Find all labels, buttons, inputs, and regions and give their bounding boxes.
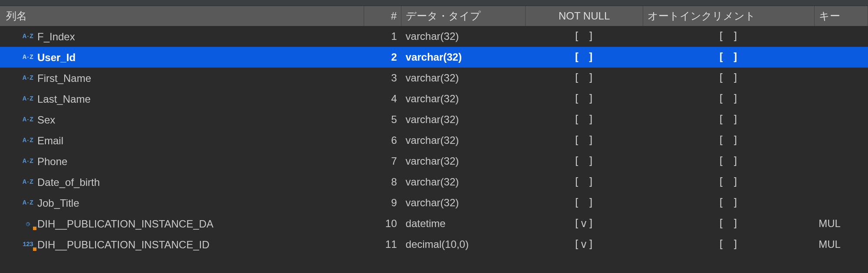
- autoincrement-checkbox[interactable]: [ ]: [643, 192, 814, 213]
- column-datatype: varchar(32): [401, 88, 526, 109]
- header-notnull[interactable]: NOT NULL: [526, 6, 643, 26]
- notnull-checkbox[interactable]: [ ]: [526, 47, 643, 68]
- column-key: [814, 47, 868, 68]
- column-key: [814, 130, 868, 151]
- column-ordinal: 10: [364, 213, 401, 234]
- column-ordinal: 1: [364, 26, 401, 47]
- column-datatype: decimal(10,0): [401, 234, 526, 255]
- autoincrement-checkbox[interactable]: [ ]: [643, 68, 814, 88]
- column-name: Sex: [37, 114, 55, 126]
- notnull-checkbox[interactable]: [v]: [526, 213, 643, 234]
- column-key: [814, 151, 868, 172]
- notnull-checkbox[interactable]: [ ]: [526, 68, 643, 88]
- text-type-icon: A·Z: [22, 137, 34, 144]
- column-name: DIH__PUBLICATION_INSTANCE_DA: [37, 218, 214, 230]
- column-datatype: varchar(32): [401, 192, 526, 213]
- columns-table: 列名 # データ・タイプ NOT NULL オートインクリメント キー A·ZF…: [0, 6, 868, 255]
- notnull-checkbox[interactable]: [ ]: [526, 109, 643, 130]
- column-name: First_Name: [37, 72, 91, 84]
- column-ordinal: 6: [364, 130, 401, 151]
- table-row[interactable]: A·ZSex5varchar(32)[ ][ ]: [0, 109, 868, 130]
- column-key: [814, 68, 868, 88]
- table-row[interactable]: ◷DIH__PUBLICATION_INSTANCE_DA10datetime[…: [0, 213, 868, 234]
- autoincrement-checkbox[interactable]: [ ]: [643, 130, 814, 151]
- header-key[interactable]: キー: [814, 6, 868, 26]
- text-type-icon: A·Z: [22, 116, 34, 124]
- column-name: Last_Name: [37, 93, 91, 105]
- table-row[interactable]: A·ZLast_Name4varchar(32)[ ][ ]: [0, 88, 868, 109]
- notnull-checkbox[interactable]: [ ]: [526, 151, 643, 172]
- notnull-checkbox[interactable]: [ ]: [526, 130, 643, 151]
- column-datatype: varchar(32): [401, 47, 526, 68]
- column-ordinal: 2: [364, 47, 401, 68]
- text-type-icon: A·Z: [22, 158, 34, 165]
- autoincrement-checkbox[interactable]: [ ]: [643, 109, 814, 130]
- text-type-icon: A·Z: [22, 54, 34, 61]
- column-ordinal: 7: [364, 151, 401, 172]
- column-name: Date_of_birth: [37, 176, 100, 188]
- table-row[interactable]: A·ZFirst_Name3varchar(32)[ ][ ]: [0, 68, 868, 88]
- column-key: [814, 172, 868, 192]
- column-name: User_Id: [37, 52, 76, 63]
- column-datatype: varchar(32): [401, 151, 526, 172]
- text-type-icon: A·Z: [22, 95, 34, 103]
- column-ordinal: 5: [364, 109, 401, 130]
- number-type-icon: 123: [22, 241, 34, 248]
- column-key: MUL: [814, 213, 868, 234]
- header-autoinc[interactable]: オートインクリメント: [643, 6, 814, 26]
- column-name: Job_Title: [37, 197, 79, 209]
- header-name[interactable]: 列名: [0, 6, 364, 26]
- autoincrement-checkbox[interactable]: [ ]: [643, 26, 814, 47]
- column-ordinal: 11: [364, 234, 401, 255]
- column-datatype: datetime: [401, 213, 526, 234]
- autoincrement-checkbox[interactable]: [ ]: [643, 47, 814, 68]
- notnull-checkbox[interactable]: [ ]: [526, 26, 643, 47]
- text-type-icon: A·Z: [22, 75, 34, 82]
- autoincrement-checkbox[interactable]: [ ]: [643, 151, 814, 172]
- column-ordinal: 8: [364, 172, 401, 192]
- column-key: [814, 88, 868, 109]
- column-name: Email: [37, 135, 63, 146]
- column-datatype: varchar(32): [401, 109, 526, 130]
- column-datatype: varchar(32): [401, 172, 526, 192]
- table-row[interactable]: A·ZF_Index1varchar(32)[ ][ ]: [0, 26, 868, 47]
- text-type-icon: A·Z: [22, 179, 34, 186]
- table-row[interactable]: A·ZEmail6varchar(32)[ ][ ]: [0, 130, 868, 151]
- autoincrement-checkbox[interactable]: [ ]: [643, 213, 814, 234]
- autoincrement-checkbox[interactable]: [ ]: [643, 172, 814, 192]
- column-name: Phone: [37, 156, 67, 167]
- datetime-type-icon: ◷: [22, 220, 34, 228]
- text-type-icon: A·Z: [22, 33, 34, 40]
- column-datatype: varchar(32): [401, 68, 526, 88]
- column-ordinal: 3: [364, 68, 401, 88]
- autoincrement-checkbox[interactable]: [ ]: [643, 234, 814, 255]
- table-row[interactable]: A·ZPhone7varchar(32)[ ][ ]: [0, 151, 868, 172]
- table-row[interactable]: A·ZJob_Title9varchar(32)[ ][ ]: [0, 192, 868, 213]
- column-datatype: varchar(32): [401, 26, 526, 47]
- column-ordinal: 9: [364, 192, 401, 213]
- table-row[interactable]: 123DIH__PUBLICATION_INSTANCE_ID11decimal…: [0, 234, 868, 255]
- notnull-checkbox[interactable]: [ ]: [526, 88, 643, 109]
- column-name: F_Index: [37, 31, 75, 42]
- column-key: [814, 26, 868, 47]
- table-header-row: 列名 # データ・タイプ NOT NULL オートインクリメント キー: [0, 6, 868, 26]
- autoincrement-checkbox[interactable]: [ ]: [643, 88, 814, 109]
- notnull-checkbox[interactable]: [v]: [526, 234, 643, 255]
- column-key: MUL: [814, 234, 868, 255]
- column-ordinal: 4: [364, 88, 401, 109]
- table-row[interactable]: A·ZUser_Id2varchar(32)[ ][ ]: [0, 47, 868, 68]
- header-type[interactable]: データ・タイプ: [401, 6, 526, 26]
- text-type-icon: A·Z: [22, 199, 34, 207]
- overlay-badge-icon: [33, 227, 36, 230]
- notnull-checkbox[interactable]: [ ]: [526, 172, 643, 192]
- window-top-strip: [0, 0, 868, 6]
- column-key: [814, 109, 868, 130]
- column-key: [814, 192, 868, 213]
- notnull-checkbox[interactable]: [ ]: [526, 192, 643, 213]
- column-datatype: varchar(32): [401, 130, 526, 151]
- column-name: DIH__PUBLICATION_INSTANCE_ID: [37, 239, 210, 250]
- header-num[interactable]: #: [364, 6, 401, 26]
- table-row[interactable]: A·ZDate_of_birth8varchar(32)[ ][ ]: [0, 172, 868, 192]
- overlay-badge-icon: [33, 247, 36, 251]
